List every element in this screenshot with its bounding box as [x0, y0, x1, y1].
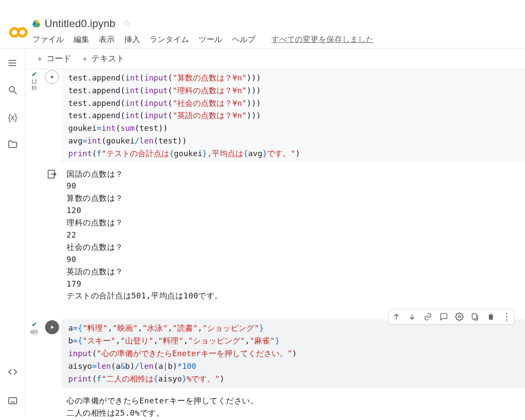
svg-marker-16 — [51, 75, 54, 79]
files-icon[interactable] — [7, 139, 18, 150]
cell-duration: 4秒 — [30, 329, 38, 335]
add-text-button[interactable]: ＋テキスト — [81, 53, 125, 64]
menu-insert[interactable]: 挿入 — [124, 34, 140, 45]
move-up-icon[interactable] — [392, 312, 401, 322]
svg-point-1 — [18, 28, 26, 36]
cell-action-toolbar: ⋮ — [388, 309, 514, 325]
save-status[interactable]: すべての変更を保存しました — [271, 34, 374, 45]
code-cell: ✔ 12秒 test.append(int(input("算数の点数は？¥n")… — [25, 69, 525, 302]
code-editor[interactable]: a={"料理","映画","水泳","読書","ショッピング"} b={"スキー… — [61, 319, 525, 388]
svg-rect-22 — [472, 314, 476, 319]
run-cell-button[interactable] — [45, 320, 59, 334]
settings-icon[interactable] — [455, 312, 464, 322]
svg-point-9 — [8, 60, 9, 61]
cell-output: 国語の点数は？ 90 算数の点数は？ 120 理科の点数は？ 22 社会の点数は… — [61, 168, 525, 302]
check-icon: ✔ — [32, 321, 37, 328]
svg-line-13 — [14, 91, 17, 94]
run-cell-button[interactable] — [45, 70, 59, 84]
code-cell: ⋮ ✔ 4秒 a={"料理","映画","水泳","読書","ショッピング"} … — [25, 319, 525, 419]
delete-icon[interactable] — [486, 312, 496, 322]
search-icon[interactable] — [7, 84, 18, 96]
svg-point-10 — [8, 63, 9, 63]
mirror-icon[interactable] — [470, 312, 480, 322]
svg-marker-23 — [51, 326, 54, 329]
toc-icon[interactable] — [7, 57, 18, 69]
more-icon[interactable]: ⋮ — [502, 312, 511, 322]
notebook-toolbar: ＋コード ＋テキスト — [25, 49, 525, 69]
cell-duration: 12秒 — [31, 79, 37, 91]
svg-rect-14 — [9, 398, 17, 404]
cell-output: 心の準備ができたらEneterキーを押してください。 二人の相性は25.0%です… — [61, 395, 525, 419]
menu-help[interactable]: ヘルプ — [232, 34, 256, 45]
cell-status: ✔ 4秒 — [25, 319, 43, 335]
browser-chrome-spacer — [0, 0, 525, 13]
left-rail: {x} — [0, 49, 25, 416]
star-icon[interactable]: ☆ — [122, 18, 131, 29]
code-snippets-icon[interactable] — [7, 366, 18, 378]
svg-point-12 — [9, 87, 14, 92]
add-code-button[interactable]: ＋コード — [36, 53, 71, 64]
drive-icon — [32, 19, 41, 28]
menu-file[interactable]: ファイル — [32, 34, 64, 45]
move-down-icon[interactable] — [407, 312, 417, 322]
menu-view[interactable]: 表示 — [99, 34, 115, 45]
notebook-title[interactable]: Untitled0.ipynb — [45, 18, 116, 30]
variables-icon[interactable]: {x} — [7, 112, 18, 123]
svg-point-21 — [458, 316, 461, 318]
output-arrow-icon[interactable] — [43, 168, 61, 302]
svg-point-11 — [8, 65, 9, 66]
check-icon: ✔ — [32, 71, 37, 78]
colab-logo[interactable] — [5, 19, 32, 46]
terminal-icon[interactable] — [7, 395, 18, 406]
link-icon[interactable] — [423, 312, 433, 322]
menu-tools[interactable]: ツール — [199, 34, 222, 45]
menu-edit[interactable]: 編集 — [74, 34, 89, 45]
cell-status: ✔ 12秒 — [25, 69, 43, 91]
header: Untitled0.ipynb ☆ ファイル 編集 表示 挿入 ランタイム ツー… — [0, 13, 525, 48]
menu-runtime[interactable]: ランタイム — [150, 34, 189, 45]
menubar: ファイル 編集 表示 挿入 ランタイム ツール ヘルプ すべての変更を保存しまし… — [32, 30, 374, 48]
code-editor[interactable]: test.append(int(input("算数の点数は？¥n"))) tes… — [61, 69, 525, 163]
comment-icon[interactable] — [439, 312, 448, 322]
